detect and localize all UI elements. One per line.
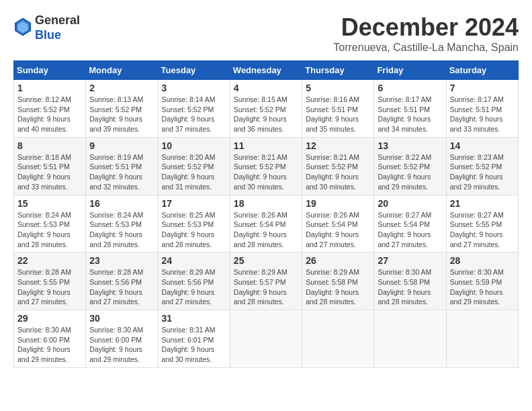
header-sunday: Sunday — [14, 61, 86, 80]
day-info: Sunrise: 8:30 AMSunset: 5:58 PMDaylight:… — [378, 267, 442, 307]
day-info: Sunrise: 8:13 AMSunset: 5:52 PMDaylight:… — [89, 95, 154, 134]
day-number: 5 — [306, 83, 370, 93]
month-title: December 2024 — [333, 13, 519, 42]
day-number: 15 — [17, 198, 82, 209]
day-info: Sunrise: 8:25 AMSunset: 5:53 PMDaylight:… — [162, 210, 226, 250]
day-number: 19 — [306, 198, 370, 209]
day-number: 13 — [378, 140, 442, 151]
day-number: 9 — [89, 140, 154, 151]
day-number: 20 — [378, 198, 442, 209]
day-number: 17 — [162, 198, 226, 209]
day-number: 18 — [234, 198, 298, 209]
day-number: 2 — [89, 83, 154, 93]
header-wednesday: Wednesday — [230, 61, 302, 80]
header-saturday: Saturday — [446, 61, 518, 80]
day-cell-24: 24Sunrise: 8:29 AMSunset: 5:56 PMDayligh… — [158, 253, 230, 310]
day-cell-29: 29Sunrise: 8:30 AMSunset: 6:00 PMDayligh… — [14, 310, 86, 368]
day-cell-7: 7Sunrise: 8:17 AMSunset: 5:51 PMDaylight… — [446, 80, 518, 138]
day-number: 6 — [378, 83, 442, 93]
title-section: December 2024 Torrenueva, Castille-La Ma… — [333, 13, 519, 54]
day-cell-2: 2Sunrise: 8:13 AMSunset: 5:52 PMDaylight… — [86, 80, 158, 138]
day-number: 22 — [17, 255, 82, 266]
day-cell-27: 27Sunrise: 8:30 AMSunset: 5:58 PMDayligh… — [374, 253, 446, 310]
logo-blue: Blue — [35, 28, 61, 42]
day-info: Sunrise: 8:15 AMSunset: 5:52 PMDaylight:… — [234, 95, 298, 134]
day-cell-11: 11Sunrise: 8:21 AMSunset: 5:52 PMDayligh… — [230, 137, 302, 195]
day-info: Sunrise: 8:27 AMSunset: 5:54 PMDaylight:… — [378, 210, 442, 250]
day-info: Sunrise: 8:26 AMSunset: 5:54 PMDaylight:… — [306, 210, 370, 250]
day-cell-26: 26Sunrise: 8:29 AMSunset: 5:58 PMDayligh… — [302, 253, 374, 310]
day-cell-31: 31Sunrise: 8:31 AMSunset: 6:01 PMDayligh… — [158, 310, 230, 368]
day-info: Sunrise: 8:16 AMSunset: 5:51 PMDaylight:… — [306, 95, 370, 134]
day-info: Sunrise: 8:22 AMSunset: 5:52 PMDaylight:… — [378, 152, 442, 192]
day-info: Sunrise: 8:20 AMSunset: 5:52 PMDaylight:… — [162, 152, 226, 192]
day-cell-1: 1Sunrise: 8:12 AMSunset: 5:52 PMDaylight… — [14, 80, 86, 138]
day-info: Sunrise: 8:19 AMSunset: 5:51 PMDaylight:… — [89, 152, 154, 192]
day-cell-16: 16Sunrise: 8:24 AMSunset: 5:53 PMDayligh… — [86, 195, 158, 253]
day-info: Sunrise: 8:24 AMSunset: 5:53 PMDaylight:… — [89, 210, 154, 250]
day-info: Sunrise: 8:17 AMSunset: 5:51 PMDaylight:… — [378, 95, 442, 134]
day-cell-20: 20Sunrise: 8:27 AMSunset: 5:54 PMDayligh… — [374, 195, 446, 253]
header-thursday: Thursday — [302, 61, 374, 80]
calendar-week-5: 29Sunrise: 8:30 AMSunset: 6:00 PMDayligh… — [14, 310, 519, 368]
day-info: Sunrise: 8:29 AMSunset: 5:56 PMDaylight:… — [162, 267, 226, 307]
logo-icon — [15, 17, 31, 36]
day-number: 25 — [234, 255, 298, 266]
day-number: 31 — [162, 313, 226, 324]
day-info: Sunrise: 8:28 AMSunset: 5:56 PMDaylight:… — [89, 267, 154, 307]
calendar-table: SundayMondayTuesdayWednesdayThursdayFrid… — [13, 60, 519, 368]
day-number: 7 — [450, 83, 515, 93]
day-info: Sunrise: 8:21 AMSunset: 5:52 PMDaylight:… — [234, 152, 298, 192]
empty-cell — [302, 310, 374, 368]
day-cell-10: 10Sunrise: 8:20 AMSunset: 5:52 PMDayligh… — [158, 137, 230, 195]
day-cell-13: 13Sunrise: 8:22 AMSunset: 5:52 PMDayligh… — [374, 137, 446, 195]
day-info: Sunrise: 8:30 AMSunset: 6:00 PMDaylight:… — [89, 325, 154, 365]
day-info: Sunrise: 8:12 AMSunset: 5:52 PMDaylight:… — [17, 95, 82, 134]
day-info: Sunrise: 8:29 AMSunset: 5:58 PMDaylight:… — [306, 267, 370, 307]
header-monday: Monday — [86, 61, 158, 80]
calendar-week-3: 15Sunrise: 8:24 AMSunset: 5:53 PMDayligh… — [14, 195, 519, 253]
day-number: 12 — [306, 140, 370, 151]
day-cell-8: 8Sunrise: 8:18 AMSunset: 5:51 PMDaylight… — [14, 137, 86, 195]
day-number: 1 — [17, 83, 82, 93]
day-info: Sunrise: 8:17 AMSunset: 5:51 PMDaylight:… — [450, 95, 515, 134]
page-header: General Blue December 2024 Torrenueva, C… — [13, 13, 519, 54]
day-info: Sunrise: 8:14 AMSunset: 5:52 PMDaylight:… — [162, 95, 226, 134]
day-cell-3: 3Sunrise: 8:14 AMSunset: 5:52 PMDaylight… — [158, 80, 230, 138]
header-friday: Friday — [374, 61, 446, 80]
calendar-week-1: 1Sunrise: 8:12 AMSunset: 5:52 PMDaylight… — [14, 80, 519, 138]
day-info: Sunrise: 8:24 AMSunset: 5:53 PMDaylight:… — [17, 210, 82, 250]
calendar-header-row: SundayMondayTuesdayWednesdayThursdayFrid… — [14, 61, 519, 80]
day-cell-12: 12Sunrise: 8:21 AMSunset: 5:52 PMDayligh… — [302, 137, 374, 195]
day-info: Sunrise: 8:26 AMSunset: 5:54 PMDaylight:… — [234, 210, 298, 250]
logo-general: General — [35, 13, 80, 27]
location: Torrenueva, Castille-La Mancha, Spain — [333, 42, 519, 54]
day-number: 23 — [89, 255, 154, 266]
day-cell-14: 14Sunrise: 8:23 AMSunset: 5:52 PMDayligh… — [446, 137, 518, 195]
day-info: Sunrise: 8:30 AMSunset: 5:59 PMDaylight:… — [450, 267, 515, 307]
empty-cell — [446, 310, 518, 368]
day-info: Sunrise: 8:31 AMSunset: 6:01 PMDaylight:… — [162, 325, 226, 365]
header-tuesday: Tuesday — [158, 61, 230, 80]
day-number: 11 — [234, 140, 298, 151]
day-info: Sunrise: 8:21 AMSunset: 5:52 PMDaylight:… — [306, 152, 370, 192]
day-info: Sunrise: 8:23 AMSunset: 5:52 PMDaylight:… — [450, 152, 515, 192]
day-cell-5: 5Sunrise: 8:16 AMSunset: 5:51 PMDaylight… — [302, 80, 374, 138]
day-number: 16 — [89, 198, 154, 209]
day-cell-21: 21Sunrise: 8:27 AMSunset: 5:55 PMDayligh… — [446, 195, 518, 253]
day-cell-4: 4Sunrise: 8:15 AMSunset: 5:52 PMDaylight… — [230, 80, 302, 138]
empty-cell — [374, 310, 446, 368]
day-cell-9: 9Sunrise: 8:19 AMSunset: 5:51 PMDaylight… — [86, 137, 158, 195]
day-cell-18: 18Sunrise: 8:26 AMSunset: 5:54 PMDayligh… — [230, 195, 302, 253]
day-cell-15: 15Sunrise: 8:24 AMSunset: 5:53 PMDayligh… — [14, 195, 86, 253]
logo: General Blue — [13, 13, 80, 42]
day-info: Sunrise: 8:30 AMSunset: 6:00 PMDaylight:… — [17, 325, 82, 365]
day-cell-30: 30Sunrise: 8:30 AMSunset: 6:00 PMDayligh… — [86, 310, 158, 368]
day-number: 4 — [234, 83, 298, 93]
day-number: 24 — [162, 255, 226, 266]
day-number: 26 — [306, 255, 370, 266]
day-cell-25: 25Sunrise: 8:29 AMSunset: 5:57 PMDayligh… — [230, 253, 302, 310]
day-cell-6: 6Sunrise: 8:17 AMSunset: 5:51 PMDaylight… — [374, 80, 446, 138]
day-number: 27 — [378, 255, 442, 266]
day-cell-17: 17Sunrise: 8:25 AMSunset: 5:53 PMDayligh… — [158, 195, 230, 253]
